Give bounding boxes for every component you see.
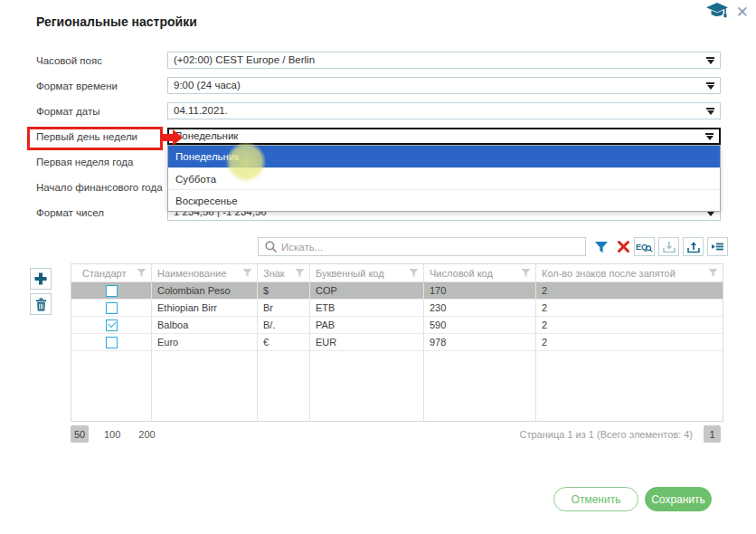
table-empty-area: [71, 351, 723, 421]
column-filter-icon[interactable]: [521, 268, 531, 278]
cell-alpha-code: EUR: [310, 334, 424, 350]
time-format-select[interactable]: 9:00 (24 часа): [167, 77, 721, 94]
cell-decimals: 2: [536, 317, 723, 333]
timezone-select[interactable]: (+02:00) CEST Europe / Berlin: [167, 52, 721, 69]
column-chooser-button[interactable]: [707, 237, 728, 256]
field-timezone: Часовой пояс (+02:00) CEST Europe / Berl…: [36, 52, 721, 69]
dropdown-option-saturday[interactable]: Суббота: [168, 167, 720, 189]
delete-currency-button[interactable]: [30, 293, 52, 315]
dropdown-option-monday[interactable]: Понедельник: [168, 146, 720, 167]
cell-decimals: 2: [536, 300, 723, 316]
field-label: Формат чисел: [36, 207, 167, 218]
standard-checkbox[interactable]: [106, 337, 118, 348]
chevron-down-icon: [706, 82, 714, 90]
field-first-day-of-week: Первый день недели Понедельник: [36, 128, 721, 145]
apply-filter-button[interactable]: [591, 237, 611, 256]
page-1-button[interactable]: 1: [704, 425, 721, 443]
plus-icon: [33, 272, 48, 286]
dropdown-option-sunday[interactable]: Воскресенье: [168, 189, 720, 211]
clear-filter-x-icon: [617, 240, 630, 253]
save-button[interactable]: Сохранить: [645, 487, 712, 511]
column-filter-icon[interactable]: [295, 268, 305, 278]
cancel-button[interactable]: Отменить: [553, 487, 638, 511]
cell-sign: $: [258, 282, 310, 299]
date-format-select[interactable]: 04.11.2021.: [167, 102, 721, 119]
first-day-of-week-dropdown: Понедельник Суббота Воскресенье: [167, 145, 721, 212]
column-filter-icon[interactable]: [409, 268, 419, 278]
import-button[interactable]: [658, 237, 679, 256]
filter-funnel-icon: [594, 240, 609, 254]
import-icon: [663, 241, 676, 253]
cell-numeric-code: 230: [424, 300, 536, 316]
column-header-numeric-code[interactable]: Числовой код: [424, 264, 536, 281]
cell-numeric-code: 978: [424, 334, 536, 350]
search-icon: [265, 241, 277, 253]
table-row[interactable]: Colombian Peso $ COP 170 2: [71, 282, 723, 300]
cell-name: Ethiopian Birr: [152, 300, 258, 316]
field-date-format: Формат даты 04.11.2021.: [36, 102, 721, 119]
table-row[interactable]: Balboa B/. PAB 590 2: [71, 317, 723, 334]
cell-alpha-code: PAB: [310, 317, 424, 333]
column-header-decimals[interactable]: Кол-во знаков после запятой: [536, 264, 723, 281]
advanced-search-button[interactable]: EQ: [634, 237, 655, 256]
cell-decimals: 2: [536, 334, 723, 350]
cell-numeric-code: 590: [424, 317, 536, 333]
column-header-alpha-code[interactable]: Буквенный код: [310, 264, 424, 281]
column-chooser-icon: [711, 241, 724, 253]
table-header-row: Стандарт Наименование Знак Буквенный код…: [71, 264, 723, 282]
page-size-50[interactable]: 50: [71, 425, 89, 443]
standard-checkbox[interactable]: [106, 302, 118, 314]
chevron-down-icon: [706, 57, 714, 64]
cell-name: Colombian Peso: [152, 282, 258, 299]
export-button[interactable]: [683, 237, 704, 256]
page-size-200[interactable]: 200: [136, 425, 157, 443]
chevron-down-icon: [705, 133, 713, 140]
page-title: Региональные настройки: [36, 14, 197, 29]
export-icon: [687, 241, 700, 253]
close-icon[interactable]: ✕: [736, 4, 749, 22]
cell-name: Euro: [152, 334, 258, 350]
pagination-bar: 50 100 200 Страница 1 из 1 (Всего элемен…: [71, 425, 721, 443]
column-filter-icon[interactable]: [137, 268, 146, 278]
cell-alpha-code: COP: [310, 282, 424, 299]
cell-numeric-code: 170: [424, 282, 536, 299]
standard-checkbox[interactable]: [106, 319, 118, 331]
cell-name: Balboa: [152, 317, 258, 333]
column-header-standard[interactable]: Стандарт: [71, 264, 152, 281]
add-currency-button[interactable]: [30, 268, 52, 290]
field-label: Первая неделя года: [36, 157, 167, 167]
search-input[interactable]: [281, 242, 585, 253]
field-time-format: Формат времени 9:00 (24 часа): [36, 77, 721, 94]
search-box: [258, 237, 586, 256]
column-filter-icon[interactable]: [242, 268, 252, 278]
regional-settings-dialog: Региональные настройки ✕ Часовой пояс (+…: [0, 0, 756, 534]
table-row[interactable]: Euro € EUR 978 2: [71, 334, 723, 351]
column-filter-icon[interactable]: [708, 268, 718, 278]
field-label: Первый день недели: [36, 131, 167, 142]
field-label: Формат даты: [36, 106, 167, 117]
column-header-name[interactable]: Наименование: [152, 264, 258, 281]
mini-magnifier-icon: [646, 245, 653, 253]
column-header-sign[interactable]: Знак: [258, 264, 310, 281]
trash-icon: [35, 298, 47, 311]
clear-filter-button[interactable]: [613, 237, 634, 256]
select-value: 04.11.2021.: [174, 105, 228, 116]
select-value: Понедельник: [175, 130, 238, 141]
cell-sign: €: [258, 334, 310, 350]
cell-decimals: 2: [536, 282, 723, 299]
cell-sign: Br: [258, 300, 310, 316]
select-value: 9:00 (24 часа): [174, 80, 241, 91]
field-label: Часовой пояс: [36, 55, 167, 66]
select-value: (+02:00) CEST Europe / Berlin: [174, 54, 315, 65]
pagination-info: Страница 1 из 1 (Всего элементов: 4): [520, 429, 694, 440]
standard-checkbox[interactable]: [106, 285, 118, 297]
tutorial-graduation-cap-icon[interactable]: [705, 2, 729, 23]
table-row[interactable]: Ethiopian Birr Br ETB 230 2: [71, 300, 723, 317]
field-label: Начало финансового года: [36, 182, 167, 193]
currency-table: Стандарт Наименование Знак Буквенный код…: [71, 263, 723, 422]
first-day-of-week-select[interactable]: Понедельник: [167, 128, 721, 145]
page-size-100[interactable]: 100: [101, 425, 123, 443]
cell-alpha-code: ETB: [310, 300, 424, 316]
field-label: Формат времени: [36, 81, 167, 91]
cell-sign: B/.: [258, 317, 310, 333]
